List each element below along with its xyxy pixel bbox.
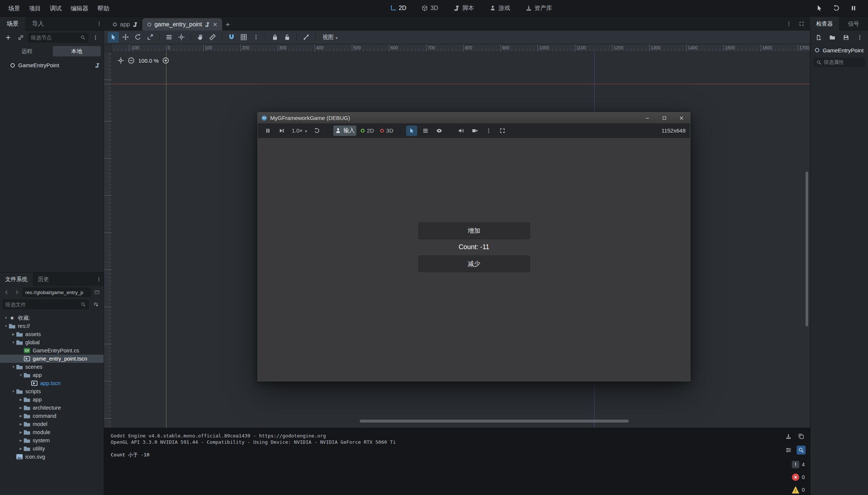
file-tree-item[interactable]: app.tscn [0, 379, 104, 387]
messages-counter[interactable]: 4 [792, 461, 806, 468]
visibility-button[interactable] [434, 126, 445, 136]
attached-script-icon[interactable] [95, 63, 100, 68]
decrease-button[interactable]: 减少 [418, 255, 530, 272]
snap-options-button[interactable] [250, 32, 262, 43]
rotate-tool-button[interactable] [132, 32, 143, 43]
filesystem-menu-button[interactable] [94, 274, 104, 285]
increase-button[interactable]: 增加 [418, 222, 530, 239]
workspace-2d-button[interactable]: 2D [387, 3, 409, 13]
smart-snap-button[interactable] [226, 32, 237, 43]
file-tree-item[interactable]: scripts [0, 387, 104, 395]
clear-output-button[interactable] [784, 432, 793, 441]
embed-fullscreen-button[interactable] [497, 126, 508, 136]
pivot-tool-button[interactable] [176, 32, 187, 43]
scene-tabs-menu-button[interactable] [784, 18, 794, 29]
file-tree-item[interactable]: global [0, 338, 104, 346]
tree-expand-arrow[interactable] [10, 365, 16, 369]
select-node-button[interactable] [406, 126, 417, 136]
tree-expand-arrow[interactable] [10, 390, 16, 393]
scene-tree-root-node[interactable]: GameEntryPoint [0, 59, 104, 71]
inspected-node-row[interactable]: GameEntryPoint [810, 45, 868, 56]
move-tool-button[interactable] [120, 32, 131, 43]
workspace-script-button[interactable]: 脚本 [451, 3, 477, 14]
tree-expand-arrow[interactable] [18, 373, 24, 377]
node-list-button[interactable] [420, 126, 431, 136]
tree-expand-arrow[interactable] [18, 398, 24, 401]
restart-game-button[interactable] [831, 3, 842, 14]
log-filter-button[interactable] [784, 446, 793, 455]
2d-mode-button[interactable]: 2D [359, 126, 376, 136]
inspector-menu-button[interactable] [854, 32, 865, 43]
file-tree-item[interactable]: architecture [0, 404, 104, 412]
select-tool-button[interactable] [108, 32, 119, 43]
tree-expand-arrow[interactable] [3, 316, 9, 320]
dock-menu-button[interactable] [94, 18, 104, 29]
menubar-menu[interactable]: 场景 [4, 0, 25, 17]
tree-expand-arrow[interactable] [18, 406, 24, 410]
file-tree-item[interactable]: assets [0, 330, 104, 338]
errors-counter[interactable]: 0 [792, 473, 806, 481]
tree-expand-arrow[interactable] [18, 430, 24, 434]
2d-viewport-canvas[interactable]: 100200300400500600700800900 100.0 % MyGF… [104, 52, 810, 428]
scene-tab-app[interactable]: app [108, 18, 142, 30]
file-tree-item[interactable]: app [0, 371, 104, 379]
warnings-counter[interactable]: 0 [792, 486, 806, 494]
save-resource-button[interactable] [841, 32, 852, 43]
file-tree-item[interactable]: model [0, 420, 104, 428]
close-button[interactable] [673, 113, 690, 124]
new-resource-button[interactable] [813, 32, 824, 43]
zoom-in-button[interactable] [162, 57, 169, 64]
expand-viewport-button[interactable] [797, 18, 806, 29]
file-tree-item[interactable]: utility [0, 444, 104, 453]
split-dock-button[interactable] [93, 287, 101, 297]
nav-back-button[interactable] [2, 287, 11, 297]
file-tree-item[interactable]: module [0, 428, 104, 436]
tree-expand-arrow[interactable] [10, 341, 16, 344]
filter-nodes-input[interactable] [31, 35, 78, 40]
tree-expand-arrow[interactable] [18, 414, 24, 418]
file-tree-item[interactable]: command [0, 412, 104, 420]
tab-history[interactable]: 历史 [33, 273, 54, 286]
nav-forward-button[interactable] [12, 287, 21, 297]
file-tree-item[interactable]: scenes [0, 363, 104, 371]
tree-expand-arrow[interactable] [10, 332, 16, 336]
copy-output-button[interactable] [797, 432, 806, 441]
camera-override-button[interactable] [469, 126, 480, 136]
pause-button[interactable] [262, 126, 273, 136]
viewport-horizontal-scrollbar[interactable] [360, 420, 629, 423]
file-tree-item[interactable]: game_entry_point.tscn [0, 355, 104, 363]
scene-dock-menu-button[interactable] [90, 32, 101, 43]
dock-tab-import[interactable]: 导入 [25, 17, 51, 30]
tree-expand-arrow[interactable] [3, 324, 9, 328]
pick-node-button[interactable] [814, 3, 825, 14]
load-resource-button[interactable] [827, 32, 838, 43]
new-scene-tab-button[interactable] [222, 18, 233, 30]
debug-options-button[interactable] [483, 126, 494, 136]
menubar-menu[interactable]: 项目 [25, 0, 45, 17]
scale-tool-button[interactable] [145, 32, 156, 43]
restart-button[interactable] [311, 126, 323, 136]
filter-properties-box[interactable]: 筛选属性 [813, 58, 865, 67]
tree-expand-arrow[interactable] [18, 447, 24, 450]
lock-node-button[interactable] [269, 32, 281, 43]
ruler-tool-button[interactable] [207, 32, 218, 43]
search-output-button[interactable] [797, 446, 806, 455]
close-tab-icon[interactable] [213, 22, 218, 27]
dock-tab-scene[interactable]: 场景 [0, 17, 25, 30]
pan-tool-button[interactable] [195, 32, 206, 43]
file-tree-item[interactable]: system [0, 436, 104, 444]
current-path-input[interactable] [25, 290, 88, 295]
maximize-button[interactable] [656, 113, 673, 124]
mute-audio-button[interactable] [456, 126, 467, 136]
sort-files-button[interactable] [90, 299, 101, 310]
workspace-3d-button[interactable]: 3D [419, 3, 441, 13]
menubar-menu[interactable]: 调试 [45, 0, 66, 17]
remote-button[interactable]: 远程 [3, 46, 51, 56]
file-tree-item[interactable]: GameEntryPoint.cs [0, 346, 104, 355]
instance-scene-button[interactable] [15, 32, 26, 43]
file-tree-item[interactable]: 收藏: [0, 314, 104, 322]
menubar-menu[interactable]: 编辑器 [66, 0, 93, 17]
menubar-menu[interactable]: 帮助 [93, 0, 114, 17]
unlock-node-button[interactable] [282, 32, 293, 43]
tree-expand-arrow[interactable] [18, 422, 24, 426]
